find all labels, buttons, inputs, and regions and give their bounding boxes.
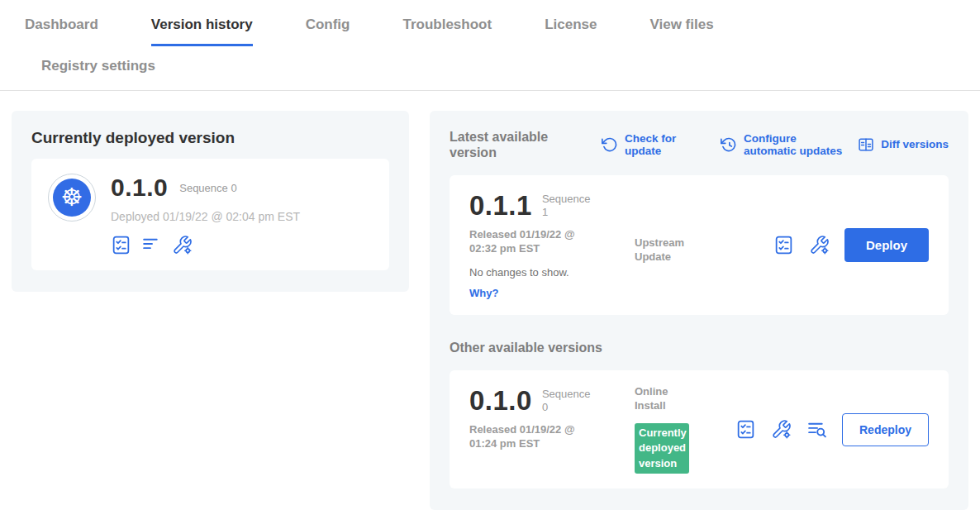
config-wrench-gear-icon[interactable] — [771, 419, 792, 440]
currently-deployed-card: ☸ 0.1.0 Sequence 0 Deployed 01/19/22 @ 0… — [31, 159, 389, 270]
preflight-checklist-icon[interactable] — [773, 235, 794, 255]
deployed-card-info: 0.1.0 Sequence 0 Deployed 01/19/22 @ 02:… — [111, 174, 300, 255]
deploy-button[interactable]: Deploy — [844, 228, 929, 262]
preflight-checklist-icon[interactable] — [735, 419, 756, 440]
currently-deployed-badge: Currently deployed version — [635, 423, 689, 474]
latest-available-title: Latest available version — [450, 129, 565, 160]
deployed-version-row: 0.1.0 Sequence 0 — [111, 174, 300, 202]
release-notes-search-icon[interactable] — [806, 419, 827, 440]
configure-automatic-updates-link[interactable]: Configure automatic updates — [721, 132, 849, 158]
latest-card-actions: Deploy — [773, 228, 929, 262]
tab-dashboard[interactable]: Dashboard — [25, 5, 98, 46]
latest-source-label: Upstream Update — [635, 236, 701, 264]
other-source-column: Online Install Currently deployed versio… — [635, 385, 734, 473]
other-source-label: Online Install — [635, 385, 701, 413]
tab-troubleshoot[interactable]: Troubleshoot — [402, 5, 492, 46]
check-for-update-link[interactable]: Check for update — [602, 132, 684, 158]
tab-view-files[interactable]: View files — [649, 5, 713, 46]
deployed-version-number: 0.1.0 — [111, 174, 168, 202]
tab-config[interactable]: Config — [306, 5, 350, 46]
nav-tabs-row-2: Registry settings — [25, 46, 980, 90]
app-icon-ring: ☸ — [48, 174, 96, 222]
check-for-update-label: Check for update — [625, 132, 684, 158]
latest-version-card: 0.1.1 Sequence 1 Released 01/19/22 @ 02:… — [450, 175, 949, 315]
other-version-card: 0.1.0 Sequence 0 Released 01/19/22 @ 01:… — [450, 370, 949, 488]
tab-registry-settings[interactable]: Registry settings — [41, 46, 155, 90]
other-released-date: Released 01/19/22 @ 01:24 pm EST — [469, 423, 597, 451]
diff-versions-link[interactable]: Diff versions — [858, 136, 949, 153]
other-versions-title: Other available versions — [450, 340, 949, 355]
auto-update-clock-icon — [721, 136, 737, 153]
available-versions-panel: Latest available version Check for updat… — [430, 111, 968, 510]
other-version-row: 0.1.0 Sequence 0 — [469, 385, 635, 417]
latest-sequence-label: Sequence 1 — [542, 193, 593, 220]
latest-available-header: Latest available version Check for updat… — [450, 129, 949, 160]
other-version-info: 0.1.0 Sequence 0 Released 01/19/22 @ 01:… — [469, 385, 635, 451]
other-card-actions: Redeploy — [735, 413, 929, 446]
latest-version-row: 0.1.1 Sequence 1 — [469, 190, 635, 222]
refresh-icon — [602, 136, 618, 153]
latest-source-column: Upstream Update — [635, 190, 734, 264]
other-sequence-label: Sequence 0 — [542, 388, 593, 415]
redeploy-button[interactable]: Redeploy — [842, 413, 929, 446]
release-notes-icon[interactable] — [141, 235, 162, 255]
why-link[interactable]: Why? — [469, 287, 498, 299]
diff-icon — [858, 136, 874, 153]
latest-released-date: Released 01/19/22 @ 02:32 pm EST — [469, 228, 597, 256]
tab-license[interactable]: License — [545, 5, 597, 46]
main-content: Currently deployed version ☸ 0.1.0 Seque… — [0, 91, 980, 529]
latest-changes-note: No changes to show. — [469, 266, 635, 279]
deployed-sequence-label: Sequence 0 — [179, 182, 236, 194]
currently-deployed-panel: Currently deployed version ☸ 0.1.0 Seque… — [12, 111, 409, 292]
kubernetes-icon: ☸ — [53, 179, 91, 217]
nav-tabs-row-1: Dashboard Version history Config Trouble… — [25, 5, 980, 46]
latest-version-number: 0.1.1 — [469, 190, 532, 222]
currently-deployed-title: Currently deployed version — [31, 129, 389, 147]
latest-version-info: 0.1.1 Sequence 1 Released 01/19/22 @ 02:… — [469, 190, 635, 300]
diff-versions-label: Diff versions — [881, 138, 949, 151]
config-wrench-gear-icon[interactable] — [172, 235, 193, 255]
tab-version-history[interactable]: Version history — [151, 5, 253, 46]
config-wrench-gear-icon[interactable] — [809, 235, 830, 255]
preflight-checklist-icon[interactable] — [111, 235, 131, 255]
configure-automatic-updates-label: Configure automatic updates — [744, 132, 849, 158]
top-navbar: Dashboard Version history Config Trouble… — [0, 0, 980, 91]
other-version-number: 0.1.0 — [469, 385, 532, 417]
deployed-date: Deployed 01/19/22 @ 02:04 pm EST — [111, 210, 300, 223]
deployed-card-actions — [111, 235, 300, 255]
